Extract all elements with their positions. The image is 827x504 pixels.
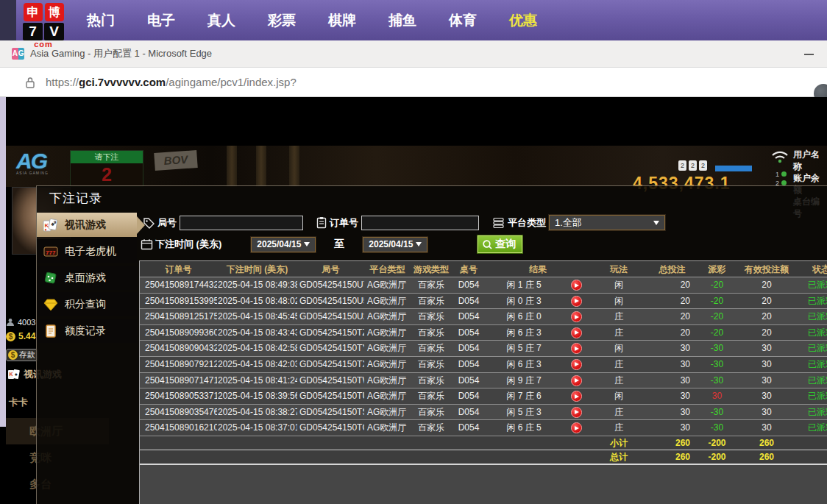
- url-bar[interactable]: https://gci.7vvvvvv.com/agingame/pcv1/in…: [0, 68, 827, 97]
- sidebar-item-额度记录[interactable]: 额度记录: [37, 319, 137, 343]
- total-label: 总计: [590, 450, 647, 464]
- cell-order-number: 250415089016210: [140, 420, 217, 436]
- subtotal-payout: -200: [697, 436, 737, 450]
- cell-replay: [562, 388, 590, 404]
- replay-button[interactable]: [571, 296, 582, 307]
- play-icon: [575, 347, 579, 351]
- url-scheme: https://: [46, 76, 79, 88]
- minimize-button[interactable]: [804, 54, 814, 55]
- order-number-input[interactable]: [361, 216, 479, 230]
- chevron-down-icon: [416, 242, 422, 246]
- total-status-spacer: [796, 450, 827, 464]
- nav-item-热门[interactable]: 热门: [87, 11, 115, 30]
- order-number-label: 订单号: [330, 216, 358, 230]
- replay-button[interactable]: [571, 311, 582, 322]
- cell-total-bet: 30: [647, 357, 697, 372]
- svg-text:♦: ♦: [45, 227, 47, 231]
- modal-title: 下注记录: [37, 186, 827, 211]
- replay-button[interactable]: [571, 391, 582, 402]
- cell-platform: AG欧洲厅: [364, 357, 411, 372]
- replay-button[interactable]: [571, 407, 582, 418]
- platform-type-select[interactable]: 1.全部: [549, 215, 665, 230]
- cell-status: 已派彩: [796, 388, 827, 404]
- nav-item-棋牌[interactable]: 棋牌: [328, 11, 356, 30]
- table-row: 2504150890993602025-04-15 08:43:43GD0542…: [140, 325, 827, 341]
- cell-platform: AG欧洲厅: [364, 373, 411, 388]
- cell-valid-bet: 30: [737, 357, 796, 372]
- background-hall-label: 卡卡: [9, 396, 28, 409]
- cell-order-number: 250415089174432: [140, 277, 217, 293]
- column-header-订单号: 订单号: [140, 261, 217, 277]
- cell-play-type: 闲: [590, 277, 647, 293]
- countdown-number: 2: [71, 163, 143, 185]
- cell-valid-bet: 30: [737, 373, 796, 388]
- date-to-select[interactable]: 2025/04/15: [363, 237, 427, 252]
- sidebar-item-label: 积分查询: [65, 298, 106, 311]
- cell-bet-time: 2025-04-15 08:41:24: [217, 373, 297, 388]
- site-top-bar: 热门电子真人彩票棋牌捕鱼体育优惠: [0, 0, 827, 40]
- round-number-input[interactable]: [180, 216, 303, 230]
- sidebar-item-积分查询[interactable]: 积分查询: [37, 292, 137, 316]
- cell-platform: AG欧洲厅: [364, 294, 411, 309]
- table-row: 2504150890904322025-04-15 08:42:58GD0542…: [140, 341, 827, 357]
- cell-play-type: 庄: [590, 373, 647, 388]
- replay-button[interactable]: [571, 359, 582, 370]
- nav-item-体育[interactable]: 体育: [449, 11, 477, 30]
- cell-replay: [562, 357, 590, 372]
- cell-bet-time: 2025-04-15 08:42:03: [217, 357, 297, 372]
- date-from-select[interactable]: 2025/04/15: [251, 237, 316, 252]
- deposit-button[interactable]: $ 存款: [6, 349, 38, 361]
- cell-status: 已派彩: [796, 420, 827, 436]
- replay-button[interactable]: [571, 327, 582, 338]
- sidebar-item-label: 视讯游戏: [65, 219, 106, 232]
- ledger-icon: [43, 324, 59, 338]
- cell-result: 闲 6 庄 3: [486, 357, 562, 372]
- nav-item-捕鱼[interactable]: 捕鱼: [388, 11, 416, 30]
- svg-text:K: K: [10, 372, 13, 377]
- column-header-总投注: 总投注: [647, 261, 697, 277]
- sidebar-item-视讯游戏[interactable]: K♦♠9视讯游戏: [37, 213, 137, 237]
- cell-bet-time: 2025-04-15 08:38:27: [217, 405, 297, 420]
- nav-item-彩票[interactable]: 彩票: [268, 11, 296, 30]
- cell-payout: -20: [697, 277, 737, 293]
- subtotal-valid-bet: 260: [737, 436, 796, 450]
- cell-status: 已派彩: [796, 341, 827, 356]
- replay-button[interactable]: [571, 280, 582, 291]
- nav-item-真人[interactable]: 真人: [207, 11, 235, 30]
- replay-button[interactable]: [571, 375, 582, 386]
- user-id: 4003: [18, 318, 35, 327]
- cell-result: 闲 1 庄 5: [486, 277, 562, 293]
- replay-button[interactable]: [571, 343, 582, 354]
- cell-total-bet: 30: [647, 420, 697, 436]
- total-row: 总计260-200260: [140, 450, 827, 465]
- column-header-有效投注额: 有效投注额: [737, 261, 796, 277]
- sidebar-item-电子老虎机[interactable]: 777电子老虎机: [37, 239, 137, 263]
- dealt-cards: 222: [678, 160, 707, 171]
- user-balance: 5.44: [18, 331, 35, 341]
- nav-item-优惠[interactable]: 优惠: [509, 11, 537, 30]
- replay-button[interactable]: [571, 422, 582, 433]
- to-label: 至: [334, 238, 344, 251]
- cell-replay: [562, 309, 590, 324]
- cell-status: 已派彩: [796, 325, 827, 341]
- cell-game-type: 百家乐: [411, 373, 452, 388]
- cell-payout: -30: [697, 341, 737, 356]
- search-button[interactable]: 查询: [478, 235, 522, 253]
- nav-item-电子[interactable]: 电子: [147, 11, 175, 30]
- cell-round-number: GD054254150TS: [297, 405, 364, 420]
- address-text[interactable]: https://gci.7vvvvvv.com/agingame/pcv1/in…: [46, 76, 297, 88]
- sidebar-item-桌面游戏[interactable]: 桌面游戏: [37, 266, 137, 290]
- casino-video-background: AG ASIA GAMING 请下注 2 BOV 222 4,533,473.1…: [6, 146, 827, 187]
- tag-icon: [143, 217, 155, 229]
- cell-valid-bet: 30: [737, 420, 796, 436]
- cell-total-bet: 30: [647, 341, 697, 356]
- cell-bet-time: 2025-04-15 08:42:58: [217, 341, 297, 356]
- live-game-tile[interactable]: 请下注 2: [70, 150, 143, 187]
- cell-play-type: 庄: [590, 357, 647, 372]
- site-logo[interactable]: 申 博 7 V com: [22, 3, 65, 49]
- cell-order-number: 250415089035476: [140, 405, 217, 420]
- cell-valid-bet: 20: [737, 309, 796, 324]
- pillar-decoration: [289, 146, 299, 187]
- logo-v: V: [44, 23, 64, 40]
- table-row: 2504150890714712025-04-15 08:41:24GD0542…: [140, 373, 827, 389]
